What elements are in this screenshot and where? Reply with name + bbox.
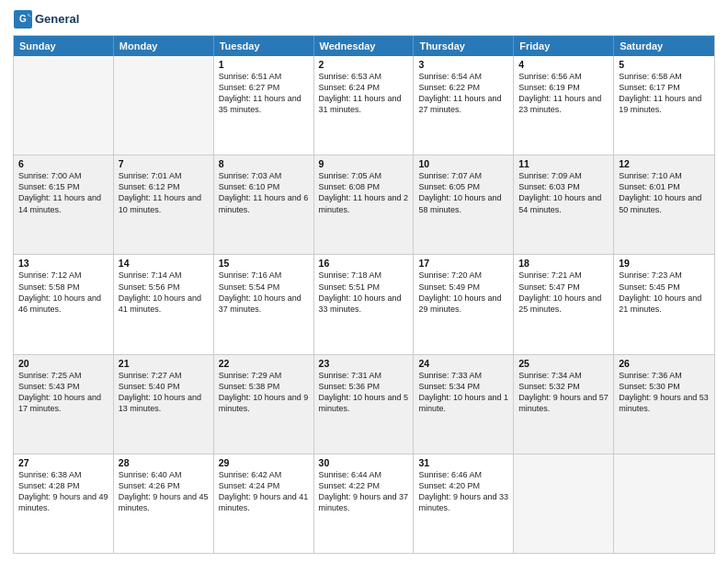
cell-info: Sunrise: 7:03 AMSunset: 6:10 PMDaylight:… — [219, 170, 309, 215]
calendar-header: SundayMondayTuesdayWednesdayThursdayFrid… — [14, 36, 714, 56]
day-number: 31 — [418, 457, 508, 468]
day-number: 14 — [119, 258, 209, 269]
cell-info: Sunrise: 7:31 AMSunset: 5:36 PMDaylight:… — [319, 370, 409, 415]
calendar-cell: 8Sunrise: 7:03 AMSunset: 6:10 PMDaylight… — [214, 155, 314, 254]
day-number: 11 — [518, 158, 609, 169]
calendar-cell: 15Sunrise: 7:16 AMSunset: 5:54 PMDayligh… — [214, 255, 314, 353]
svg-text:G: G — [19, 14, 27, 24]
day-number: 20 — [18, 358, 108, 369]
calendar-cell: 22Sunrise: 7:29 AMSunset: 5:38 PMDayligh… — [214, 355, 314, 454]
calendar-cell: 31Sunrise: 6:46 AMSunset: 4:20 PMDayligh… — [414, 454, 514, 553]
cell-info: Sunrise: 7:00 AMSunset: 6:15 PMDaylight:… — [18, 170, 108, 215]
calendar-cell: 27Sunrise: 6:38 AMSunset: 4:28 PMDayligh… — [14, 454, 114, 553]
cell-info: Sunrise: 7:01 AMSunset: 6:12 PMDaylight:… — [119, 170, 209, 215]
calendar-cell: 25Sunrise: 7:34 AMSunset: 5:32 PMDayligh… — [514, 355, 614, 454]
cell-info: Sunrise: 7:16 AMSunset: 5:54 PMDaylight:… — [219, 270, 309, 315]
cell-info: Sunrise: 7:14 AMSunset: 5:56 PMDaylight:… — [119, 270, 209, 315]
day-number: 17 — [418, 258, 508, 269]
calendar-row-4: 20Sunrise: 7:25 AMSunset: 5:43 PMDayligh… — [14, 354, 714, 454]
day-number: 19 — [619, 258, 710, 269]
calendar-cell: 10Sunrise: 7:07 AMSunset: 6:05 PMDayligh… — [414, 155, 514, 254]
calendar-row-3: 13Sunrise: 7:12 AMSunset: 5:58 PMDayligh… — [14, 254, 714, 353]
day-header-sunday: Sunday — [14, 36, 114, 56]
calendar-cell: 16Sunrise: 7:18 AMSunset: 5:51 PMDayligh… — [314, 255, 415, 353]
cell-info: Sunrise: 7:12 AMSunset: 5:58 PMDaylight:… — [18, 270, 108, 315]
day-number: 2 — [319, 59, 409, 70]
day-number: 29 — [219, 457, 309, 468]
calendar-cell — [514, 454, 614, 553]
day-number: 1 — [219, 59, 309, 70]
calendar-cell: 5Sunrise: 6:58 AMSunset: 6:17 PMDaylight… — [614, 56, 714, 155]
calendar-cell: 4Sunrise: 6:56 AMSunset: 6:19 PMDaylight… — [514, 56, 614, 155]
calendar-cell: 9Sunrise: 7:05 AMSunset: 6:08 PMDaylight… — [314, 155, 415, 254]
cell-info: Sunrise: 7:25 AMSunset: 5:43 PMDaylight:… — [18, 370, 108, 415]
cell-info: Sunrise: 6:58 AMSunset: 6:17 PMDaylight:… — [619, 71, 710, 116]
calendar-cell: 26Sunrise: 7:36 AMSunset: 5:30 PMDayligh… — [614, 355, 714, 454]
day-number: 15 — [219, 258, 309, 269]
calendar-cell: 3Sunrise: 6:54 AMSunset: 6:22 PMDaylight… — [414, 56, 514, 155]
calendar-cell: 1Sunrise: 6:51 AMSunset: 6:27 PMDaylight… — [214, 56, 314, 155]
day-header-monday: Monday — [114, 36, 214, 56]
calendar-cell: 12Sunrise: 7:10 AMSunset: 6:01 PMDayligh… — [614, 155, 714, 254]
cell-info: Sunrise: 6:40 AMSunset: 4:26 PMDaylight:… — [119, 469, 209, 514]
cell-info: Sunrise: 6:42 AMSunset: 4:24 PMDaylight:… — [219, 469, 309, 514]
cell-info: Sunrise: 7:10 AMSunset: 6:01 PMDaylight:… — [619, 170, 710, 215]
cell-info: Sunrise: 6:54 AMSunset: 6:22 PMDaylight:… — [418, 71, 508, 116]
calendar-cell: 6Sunrise: 7:00 AMSunset: 6:15 PMDaylight… — [14, 155, 114, 254]
calendar-cell — [14, 56, 114, 155]
cell-info: Sunrise: 7:09 AMSunset: 6:03 PMDaylight:… — [518, 170, 609, 215]
logo-icon: G — [13, 9, 33, 29]
cell-info: Sunrise: 7:29 AMSunset: 5:38 PMDaylight:… — [219, 370, 309, 415]
calendar-cell: 14Sunrise: 7:14 AMSunset: 5:56 PMDayligh… — [114, 255, 214, 353]
day-number: 23 — [319, 358, 409, 369]
cell-info: Sunrise: 7:20 AMSunset: 5:49 PMDaylight:… — [418, 270, 508, 315]
day-number: 27 — [18, 457, 108, 468]
calendar-cell — [614, 454, 714, 553]
header: G General — [13, 9, 715, 29]
day-number: 6 — [18, 158, 108, 169]
day-number: 7 — [119, 158, 209, 169]
calendar-cell: 13Sunrise: 7:12 AMSunset: 5:58 PMDayligh… — [14, 255, 114, 353]
day-number: 30 — [319, 457, 409, 468]
calendar-row-1: 1Sunrise: 6:51 AMSunset: 6:27 PMDaylight… — [14, 56, 714, 155]
calendar-cell: 29Sunrise: 6:42 AMSunset: 4:24 PMDayligh… — [214, 454, 314, 553]
calendar-cell: 24Sunrise: 7:33 AMSunset: 5:34 PMDayligh… — [414, 355, 514, 454]
cell-info: Sunrise: 7:18 AMSunset: 5:51 PMDaylight:… — [319, 270, 409, 315]
logo: G General — [13, 9, 79, 29]
cell-info: Sunrise: 6:51 AMSunset: 6:27 PMDaylight:… — [219, 71, 309, 116]
day-number: 28 — [119, 457, 209, 468]
day-header-thursday: Thursday — [414, 36, 514, 56]
cell-info: Sunrise: 7:21 AMSunset: 5:47 PMDaylight:… — [518, 270, 609, 315]
calendar-cell: 2Sunrise: 6:53 AMSunset: 6:24 PMDaylight… — [314, 56, 415, 155]
calendar-body: 1Sunrise: 6:51 AMSunset: 6:27 PMDaylight… — [14, 56, 714, 553]
calendar-cell: 18Sunrise: 7:21 AMSunset: 5:47 PMDayligh… — [514, 255, 614, 353]
day-number: 13 — [18, 258, 108, 269]
day-header-tuesday: Tuesday — [214, 36, 314, 56]
day-number: 10 — [418, 158, 508, 169]
day-number: 8 — [219, 158, 309, 169]
calendar-cell — [114, 56, 214, 155]
day-number: 4 — [518, 59, 609, 70]
cell-info: Sunrise: 7:36 AMSunset: 5:30 PMDaylight:… — [619, 370, 710, 415]
calendar-cell: 17Sunrise: 7:20 AMSunset: 5:49 PMDayligh… — [414, 255, 514, 353]
calendar: SundayMondayTuesdayWednesdayThursdayFrid… — [13, 35, 715, 554]
cell-info: Sunrise: 6:56 AMSunset: 6:19 PMDaylight:… — [518, 71, 609, 116]
calendar-cell: 21Sunrise: 7:27 AMSunset: 5:40 PMDayligh… — [114, 355, 214, 454]
calendar-cell: 23Sunrise: 7:31 AMSunset: 5:36 PMDayligh… — [314, 355, 415, 454]
day-number: 25 — [518, 358, 609, 369]
calendar-cell: 20Sunrise: 7:25 AMSunset: 5:43 PMDayligh… — [14, 355, 114, 454]
calendar-page: G General SundayMondayTuesdayWednesdayTh… — [0, 0, 728, 563]
day-number: 21 — [119, 358, 209, 369]
day-number: 26 — [619, 358, 710, 369]
day-header-wednesday: Wednesday — [314, 36, 415, 56]
calendar-cell: 30Sunrise: 6:44 AMSunset: 4:22 PMDayligh… — [314, 454, 415, 553]
logo-text: General — [35, 13, 79, 27]
cell-info: Sunrise: 7:33 AMSunset: 5:34 PMDaylight:… — [418, 370, 508, 415]
calendar-row-2: 6Sunrise: 7:00 AMSunset: 6:15 PMDaylight… — [14, 155, 714, 254]
day-number: 16 — [319, 258, 409, 269]
calendar-cell: 7Sunrise: 7:01 AMSunset: 6:12 PMDaylight… — [114, 155, 214, 254]
day-header-friday: Friday — [514, 36, 614, 56]
day-number: 18 — [518, 258, 609, 269]
cell-info: Sunrise: 6:38 AMSunset: 4:28 PMDaylight:… — [18, 469, 108, 514]
cell-info: Sunrise: 6:44 AMSunset: 4:22 PMDaylight:… — [319, 469, 409, 514]
